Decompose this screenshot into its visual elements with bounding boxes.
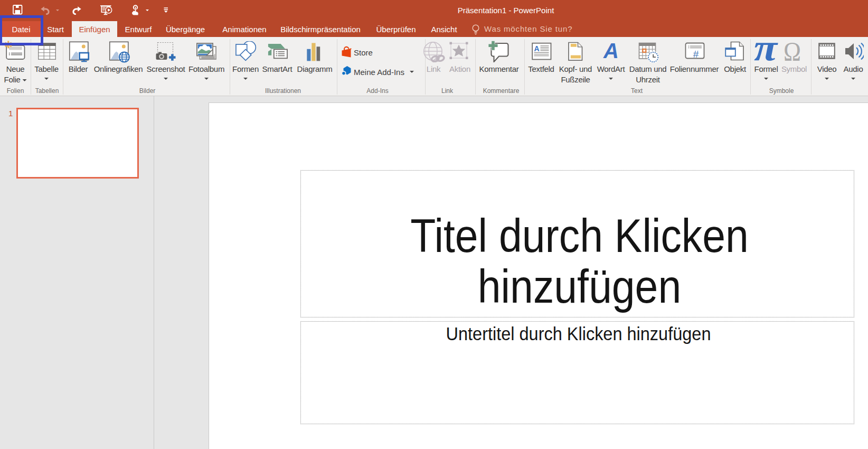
svg-text:A: A	[534, 44, 540, 53]
svg-text:#: #	[693, 49, 699, 60]
svg-text:Ω: Ω	[784, 41, 801, 62]
svg-text:π: π	[754, 41, 778, 62]
svg-text:A: A	[603, 41, 619, 61]
